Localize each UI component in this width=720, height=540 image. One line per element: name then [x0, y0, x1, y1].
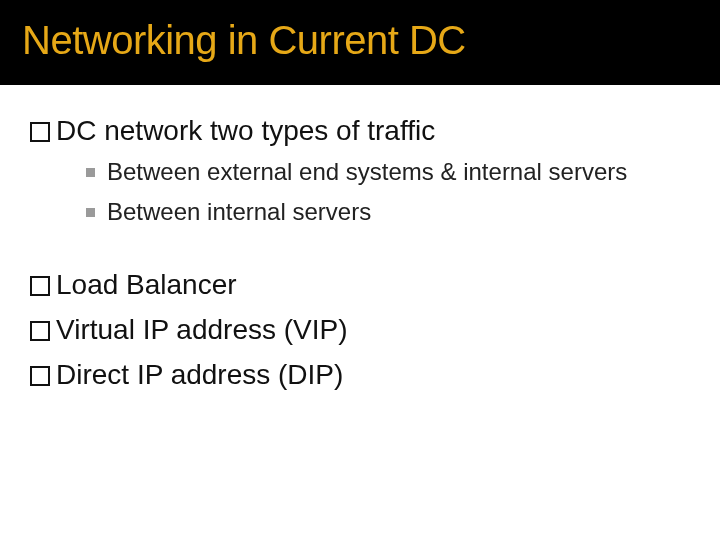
bullet-text: Load Balancer [56, 267, 690, 302]
bullet-text: Direct IP address (DIP) [56, 357, 690, 392]
bullet-lvl1: Direct IP address (DIP) [30, 357, 690, 392]
slide-title: Networking in Current DC [22, 18, 466, 62]
square-fill-icon [86, 168, 95, 177]
bullet-text: DC network two types of traffic [56, 113, 690, 148]
square-outline-icon [30, 122, 50, 142]
square-outline-icon [30, 276, 50, 296]
slide-body: DC network two types of traffic Between … [0, 85, 720, 392]
square-outline-icon [30, 321, 50, 341]
bullet-lvl1: DC network two types of traffic [30, 113, 690, 148]
bullet-lvl1: Virtual IP address (VIP) [30, 312, 690, 347]
bullet-lvl2: Between external end systems & internal … [86, 156, 690, 188]
bullet-text: Between internal servers [107, 196, 690, 228]
square-fill-icon [86, 208, 95, 217]
spacer [30, 229, 690, 257]
bullet-text: Virtual IP address (VIP) [56, 312, 690, 347]
slide: Networking in Current DC DC network two … [0, 0, 720, 540]
square-outline-icon [30, 366, 50, 386]
bullet-text: Between external end systems & internal … [107, 156, 690, 188]
bullet-lvl2: Between internal servers [86, 196, 690, 228]
title-bar: Networking in Current DC [0, 0, 720, 85]
bullet-lvl1: Load Balancer [30, 267, 690, 302]
